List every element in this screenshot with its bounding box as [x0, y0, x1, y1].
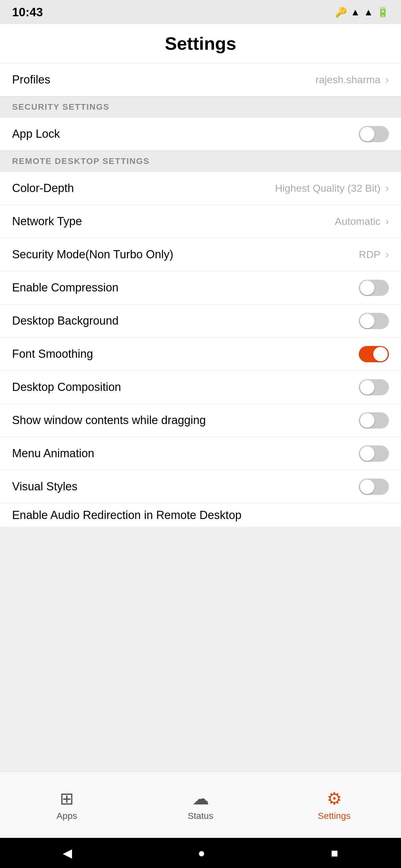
desktop-composition-left: Desktop Composition	[12, 381, 121, 394]
app-lock-toggle[interactable]	[359, 126, 389, 142]
visual-styles-toggle[interactable]	[359, 478, 389, 495]
menu-animation-toggle[interactable]	[359, 445, 389, 462]
apps-label: Apps	[56, 811, 77, 821]
font-smoothing-toggle[interactable]	[359, 346, 389, 362]
menu-animation-right	[359, 445, 389, 462]
desktop-composition-row[interactable]: Desktop Composition	[0, 371, 401, 404]
menu-animation-label: Menu Animation	[12, 447, 94, 460]
visual-styles-label: Visual Styles	[12, 480, 78, 493]
desktop-background-knob	[360, 314, 374, 328]
color-depth-value: Highest Quality (32 Bit)	[275, 182, 380, 194]
show-window-contents-row[interactable]: Show window contents while dragging	[0, 404, 401, 437]
remote-desktop-label: REMOTE DESKTOP SETTINGS	[12, 156, 150, 166]
show-window-contents-toggle[interactable]	[359, 412, 389, 429]
settings-icon: ⚙	[327, 789, 342, 808]
show-window-contents-label: Show window contents while dragging	[12, 414, 206, 427]
app-lock-right	[359, 126, 389, 142]
desktop-background-left: Desktop Background	[12, 314, 119, 327]
desktop-background-label: Desktop Background	[12, 314, 119, 327]
enable-compression-right	[359, 280, 389, 296]
profiles-label: Profiles	[12, 73, 50, 86]
settings-label: Settings	[318, 811, 350, 821]
show-window-contents-right	[359, 412, 389, 429]
security-mode-row[interactable]: Security Mode(Non Turbo Only) RDP ›	[0, 238, 401, 271]
android-nav-bar: ◀ ● ■	[0, 838, 401, 868]
font-smoothing-row[interactable]: Font Smoothing	[0, 338, 401, 371]
profiles-row[interactable]: Profiles rajesh.sharma ›	[0, 63, 401, 96]
menu-animation-left: Menu Animation	[12, 447, 94, 460]
enable-compression-toggle[interactable]	[359, 280, 389, 296]
enable-compression-row[interactable]: Enable Compression	[0, 271, 401, 304]
recent-button[interactable]: ■	[331, 846, 338, 860]
color-depth-row[interactable]: Color-Depth Highest Quality (32 Bit) ›	[0, 172, 401, 205]
font-smoothing-knob	[373, 347, 388, 361]
network-type-row[interactable]: Network Type Automatic ›	[0, 205, 401, 238]
app-lock-row[interactable]: App Lock	[0, 118, 401, 151]
desktop-background-row[interactable]: Desktop Background	[0, 304, 401, 338]
visual-styles-knob	[360, 479, 374, 494]
desktop-background-right	[359, 313, 389, 329]
wifi-icon: ▲	[351, 7, 360, 18]
profiles-chevron-icon: ›	[385, 73, 389, 86]
enable-compression-left: Enable Compression	[12, 281, 119, 294]
nav-item-settings[interactable]: ⚙ Settings	[267, 789, 401, 821]
page-title-container: Settings	[0, 24, 401, 63]
signal-icon: ▲	[364, 7, 373, 18]
desktop-composition-knob	[360, 380, 374, 395]
security-settings-label: SECURITY SETTINGS	[12, 102, 110, 112]
font-smoothing-right	[359, 346, 389, 362]
network-type-value: Automatic	[335, 216, 380, 227]
status-icons: 🔑 ▲ ▲ 🔋	[335, 6, 389, 18]
app-lock-label: App Lock	[12, 127, 60, 141]
network-type-left: Network Type	[12, 215, 82, 228]
status-bar: 10:43 🔑 ▲ ▲ 🔋	[0, 0, 401, 24]
visual-styles-row[interactable]: Visual Styles	[0, 470, 401, 503]
color-depth-label: Color-Depth	[12, 182, 74, 195]
security-mode-right: RDP ›	[359, 248, 389, 261]
app-lock-left: App Lock	[12, 127, 60, 141]
nav-item-status[interactable]: ☁ Status	[134, 789, 267, 821]
security-mode-value: RDP	[359, 249, 380, 260]
enable-audio-redirection-label: Enable Audio Redirection in Remote Deskt…	[12, 509, 241, 522]
security-mode-label: Security Mode(Non Turbo Only)	[12, 248, 173, 261]
desktop-background-toggle[interactable]	[359, 313, 389, 329]
security-mode-left: Security Mode(Non Turbo Only)	[12, 248, 173, 261]
enable-compression-label: Enable Compression	[12, 281, 119, 294]
settings-content: Profiles rajesh.sharma › SECURITY SETTIN…	[0, 63, 401, 527]
bottom-nav: ⊞ Apps ☁ Status ⚙ Settings	[0, 772, 401, 838]
color-depth-left: Color-Depth	[12, 182, 74, 195]
home-button[interactable]: ●	[198, 846, 205, 860]
remote-desktop-divider: REMOTE DESKTOP SETTINGS	[0, 151, 401, 172]
color-depth-right: Highest Quality (32 Bit) ›	[275, 182, 389, 195]
menu-animation-row[interactable]: Menu Animation	[0, 437, 401, 470]
security-mode-chevron-icon: ›	[385, 248, 389, 261]
desktop-composition-toggle[interactable]	[359, 379, 389, 396]
enable-audio-redirection-row[interactable]: Enable Audio Redirection in Remote Deskt…	[0, 503, 401, 527]
visual-styles-left: Visual Styles	[12, 480, 78, 493]
battery-icon: 🔋	[377, 6, 389, 18]
apps-icon: ⊞	[60, 789, 74, 808]
font-smoothing-label: Font Smoothing	[12, 347, 93, 361]
key-icon: 🔑	[335, 6, 347, 18]
security-settings-divider: SECURITY SETTINGS	[0, 96, 401, 118]
desktop-composition-label: Desktop Composition	[12, 381, 121, 394]
nav-item-apps[interactable]: ⊞ Apps	[0, 789, 134, 821]
enable-compression-knob	[360, 281, 374, 295]
font-smoothing-left: Font Smoothing	[12, 347, 93, 361]
show-window-contents-knob	[360, 413, 374, 428]
app-lock-toggle-knob	[360, 127, 374, 141]
profiles-left: Profiles	[12, 73, 50, 86]
status-label: Status	[188, 811, 213, 821]
back-button[interactable]: ◀	[63, 846, 72, 860]
profiles-right: rajesh.sharma ›	[316, 73, 389, 86]
status-time: 10:43	[12, 5, 43, 19]
page-title: Settings	[12, 33, 389, 54]
color-depth-chevron-icon: ›	[385, 182, 389, 195]
profiles-value: rajesh.sharma	[316, 74, 380, 86]
menu-animation-knob	[360, 446, 374, 461]
status-icon: ☁	[192, 789, 209, 808]
visual-styles-right	[359, 478, 389, 495]
network-type-right: Automatic ›	[335, 215, 389, 228]
network-type-chevron-icon: ›	[385, 215, 389, 228]
main-content: Settings Profiles rajesh.sharma › SECURI…	[0, 24, 401, 838]
